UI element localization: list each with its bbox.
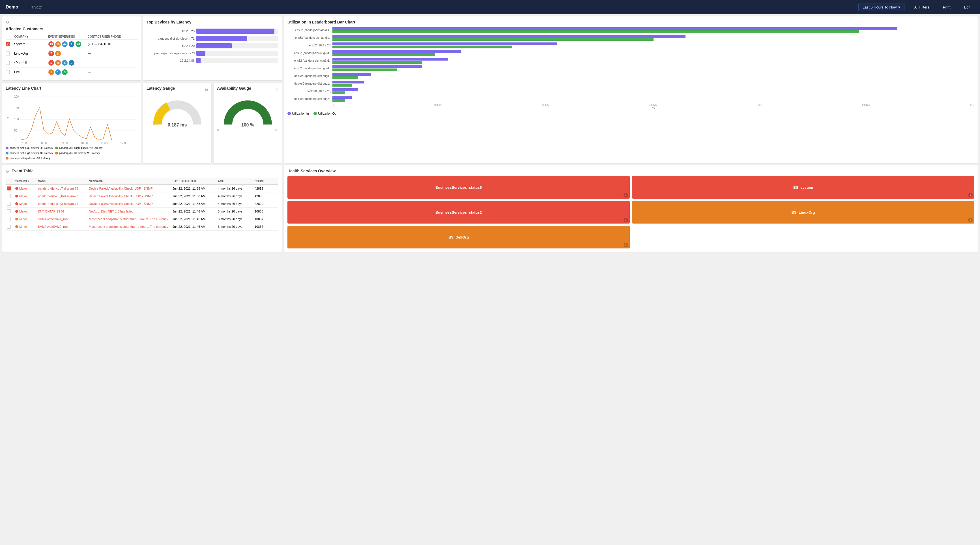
util-bar-out: [332, 76, 358, 79]
util-bar-out: [332, 30, 859, 33]
util-bar-in: [332, 27, 897, 30]
ac-checkbox[interactable]: [6, 51, 10, 56]
util-bar-label: docker0 (panderp-dist-cug2...: [288, 97, 331, 100]
device-bar-track: [196, 43, 278, 48]
util-bar-row: docker0 (panderp-dist-cug8...: [288, 73, 974, 79]
hs-tile-info-icon[interactable]: i: [624, 218, 628, 222]
et-device-name[interactable]: KNT-ONTAP-93-01: [38, 210, 89, 213]
hs-tile-info-icon[interactable]: i: [968, 193, 973, 198]
legend-green: panderp-dist-cug8-discvm-79: Latency: [55, 147, 102, 150]
severity-badge: 7: [48, 51, 54, 56]
et-age: 3 months 20 days: [218, 210, 255, 213]
event-table-rows: Majorpanderp-dist-cug7-discvm-78Device F…: [6, 185, 278, 231]
et-count: 10838: [255, 210, 277, 213]
event-table-settings-icon[interactable]: ⚙: [6, 169, 10, 174]
et-checkbox[interactable]: [7, 209, 11, 214]
hs-tile-info-icon[interactable]: i: [624, 193, 628, 198]
et-count: 10837: [255, 217, 277, 221]
et-device-name[interactable]: SVM1:/vol/SVM1_root: [38, 217, 89, 221]
device-bar-row: panderp-dist-cug2-discvm-73: [146, 51, 278, 56]
avail-gauge-max: 100: [273, 128, 278, 132]
et-checkbox[interactable]: [7, 202, 11, 206]
et-count: 42899: [255, 194, 277, 198]
affected-customers-rows: System131847120(703)-354-1010LinuxOrg714…: [6, 40, 137, 77]
latency-gauge-range: 0 1: [146, 128, 208, 132]
device-bar-fill: [196, 51, 205, 56]
ac-checkbox[interactable]: [6, 42, 10, 46]
hs-tile-info-icon[interactable]: i: [968, 218, 973, 222]
latency-gauge-title: Latency Gauge: [146, 86, 175, 91]
col-company: COMPANY: [14, 35, 48, 38]
settings-icon[interactable]: ⚙: [6, 20, 10, 24]
hs-tile-label: BS_LinuxOrg: [791, 210, 815, 215]
device-bar-label: panderp-dist-cug2-discvm-73: [146, 51, 195, 55]
severity-badge: 18: [55, 41, 61, 47]
ac-company: System: [14, 42, 48, 46]
ac-severities: 131847120: [48, 41, 88, 47]
latency-line-legend: panderp-dist-cug8-discvm-80: Latency pan…: [6, 147, 137, 159]
health-services-card: Health Services Overview BusinessService…: [284, 165, 978, 252]
et-checkbox[interactable]: [7, 217, 11, 221]
all-filters-button[interactable]: All Filters: [910, 3, 933, 11]
hs-tile[interactable]: BusinessServices_status2i: [288, 201, 630, 223]
hs-tile[interactable]: BS_LinuxOrgi: [632, 201, 974, 223]
et-last-detected: Jun 22, 2021, 11:58 AM: [173, 194, 218, 198]
et-device-name[interactable]: SVM2:/vol/SVM2_root: [38, 225, 89, 228]
grid-icon-avail[interactable]: ⊞: [275, 88, 278, 92]
et-device-name[interactable]: panderp-dist-cug7-discvm-78: [38, 187, 89, 190]
severity-dot-icon: [15, 195, 18, 198]
util-bar-row: docker0 (panderp-dist-cug2...: [288, 96, 974, 102]
util-bars-group: [332, 50, 974, 56]
severity-badge: 15: [55, 60, 61, 65]
et-severity: Minor: [15, 217, 38, 221]
et-severity: Major: [15, 194, 38, 198]
util-legend: Utilization In Utilization Out: [288, 112, 974, 115]
et-age: 3 months 20 days: [218, 217, 255, 221]
hs-tile[interactable]: BusinessServices_status6i: [288, 176, 630, 199]
ac-checkbox[interactable]: [6, 61, 10, 65]
legend-orange: panderp-dist-db-discvm-71: Latency: [55, 152, 100, 155]
grid-icon-latency[interactable]: ⊞: [205, 88, 208, 92]
util-bar-in: [332, 81, 364, 83]
et-checkbox[interactable]: [7, 194, 11, 198]
hs-tile[interactable]: BS_systemi: [632, 176, 974, 199]
availability-gauge-card: Availability Gauge ⊞ 100 % 0 100: [213, 83, 282, 163]
affected-customers-header: COMPANY EVENT SEVERITIES CONTACT USER PH…: [6, 34, 137, 40]
severity-badge: 14: [55, 51, 61, 56]
severity-badge: 5: [48, 60, 54, 65]
et-device-name[interactable]: panderp-dist-cug8-discvm-79: [38, 194, 89, 198]
severity-badge: 8: [62, 60, 68, 65]
hs-tile[interactable]: BS_DellOrgi: [288, 226, 630, 249]
util-bar-out: [332, 38, 654, 41]
util-x-labels: 00.00250.0050.00750.010.01250....: [288, 104, 974, 107]
util-bars-group: [332, 65, 974, 71]
col-message: MESSAGE: [89, 180, 173, 183]
availability-gauge-title: Availability Gauge: [217, 86, 251, 91]
svg-text:11:00: 11:00: [100, 142, 108, 144]
et-checkbox[interactable]: [7, 186, 11, 190]
col-age: AGE: [218, 180, 255, 183]
ac-severities: 51582: [48, 60, 88, 66]
ac-row: *PandUI51582—: [6, 58, 137, 68]
et-last-detected: Jun 22, 2021, 11:46 AM: [173, 225, 218, 228]
et-device-name[interactable]: panderp-dist-cug3-discvm-74: [38, 202, 89, 206]
util-bar-row: ens32 (10.2.7.20): [288, 43, 974, 48]
edit-button[interactable]: Edit: [960, 3, 974, 11]
affected-customers-card: ⚙ Affected Customers COMPANY EVENT SEVER…: [2, 16, 141, 80]
device-bar-label: panderp-dist-db-discvm-71: [146, 37, 195, 40]
et-age: 4 months 26 days: [218, 194, 255, 198]
util-bar-out: [332, 69, 397, 71]
ac-row: Ore1113—: [6, 68, 137, 77]
ac-company: *PandUI: [14, 61, 48, 65]
main-content: ⚙ Affected Customers COMPANY EVENT SEVER…: [0, 14, 980, 257]
availability-gauge-container: 100 % 0 100: [217, 93, 278, 134]
time-filter-button[interactable]: Last 6 Hours To Now ▾: [858, 3, 904, 11]
print-button[interactable]: Print: [939, 3, 955, 11]
et-checkbox[interactable]: [7, 225, 11, 229]
device-bar-track: [196, 29, 278, 33]
ac-checkbox[interactable]: [6, 70, 10, 74]
hs-tile-info-icon[interactable]: i: [624, 243, 628, 247]
latency-gauge-min: 0: [146, 128, 148, 132]
svg-text:10:00: 10:00: [81, 142, 88, 144]
device-bar-fill: [196, 29, 274, 33]
